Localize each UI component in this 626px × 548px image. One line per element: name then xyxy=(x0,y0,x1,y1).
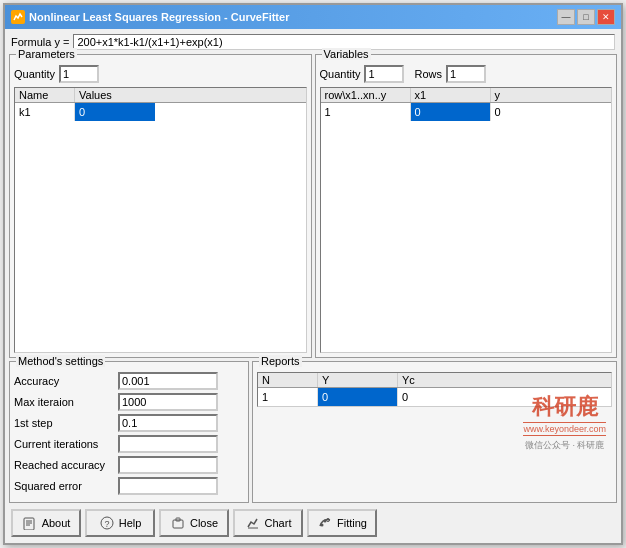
variables-group: Variables Quantity Rows row\x1..xn..y x1… xyxy=(315,54,618,358)
reports-group: Reports N Y Yc 1 0 0 科研鹿 ww xyxy=(252,361,617,503)
report-col-Yc: Yc xyxy=(398,373,478,387)
formula-row: Formula y = 200+x1*k1-k1/(x1+1)+exp(x1) xyxy=(9,33,617,51)
chart-button[interactable]: Chart xyxy=(233,509,303,537)
param-col-values: Values xyxy=(75,88,155,102)
parameters-quantity-row: Quantity xyxy=(14,65,307,83)
reports-title: Reports xyxy=(259,355,302,367)
app-icon xyxy=(11,10,25,24)
variables-rows-input[interactable] xyxy=(446,65,486,83)
help-icon: ? xyxy=(99,515,115,531)
content-area: Formula y = 200+x1*k1-k1/(x1+1)+exp(x1) … xyxy=(5,29,621,543)
svg-rect-0 xyxy=(24,518,34,530)
first-step-input[interactable] xyxy=(118,414,218,432)
variables-table: row\x1..xn..y x1 y 1 0 0 xyxy=(320,87,613,353)
first-step-row: 1st step xyxy=(14,414,244,432)
squared-error-row: Squared error xyxy=(14,477,244,495)
param-row-1[interactable]: k1 0 xyxy=(15,103,306,121)
close-window-button[interactable]: ✕ xyxy=(597,9,615,25)
watermark-text: 科研鹿 xyxy=(523,392,606,422)
minimize-button[interactable]: — xyxy=(557,9,575,25)
current-iterations-label: Current iterations xyxy=(14,438,114,450)
accuracy-label: Accuracy xyxy=(14,375,114,387)
var-row-num: 1 xyxy=(321,103,411,121)
title-bar: Nonlinear Least Squares Regression - Cur… xyxy=(5,5,621,29)
close-label: Close xyxy=(190,517,218,529)
var-col-x1: x1 xyxy=(411,88,491,102)
param-name-k1: k1 xyxy=(15,103,75,121)
window-title: Nonlinear Least Squares Regression - Cur… xyxy=(29,11,289,23)
var-y-value: 0 xyxy=(491,103,571,121)
title-buttons: — □ ✕ xyxy=(557,9,615,25)
bottom-panels: Method's settings Accuracy Max iteraion … xyxy=(9,361,617,503)
report-col-n: N xyxy=(258,373,318,387)
reached-accuracy-row: Reached accuracy xyxy=(14,456,244,474)
report-col-Y: Y xyxy=(318,373,398,387)
squared-error-label: Squared error xyxy=(14,480,114,492)
variables-quantity-input[interactable] xyxy=(364,65,404,83)
variables-quantity-label: Quantity xyxy=(320,68,361,80)
help-label: Help xyxy=(119,517,142,529)
main-window: Nonlinear Least Squares Regression - Cur… xyxy=(3,3,623,545)
fitting-button[interactable]: Fitting xyxy=(307,509,377,537)
var-row-1[interactable]: 1 0 0 xyxy=(321,103,612,121)
watermark-url: www.keyondeer.com xyxy=(523,422,606,436)
var-col-row: row\x1..xn..y xyxy=(321,88,411,102)
parameters-quantity-input[interactable] xyxy=(59,65,99,83)
fitting-label: Fitting xyxy=(337,517,367,529)
methods-title: Method's settings xyxy=(16,355,105,367)
variables-quantity-row: Quantity Rows xyxy=(320,65,613,83)
squared-error-value xyxy=(118,477,218,495)
about-label: About xyxy=(42,517,71,529)
close-icon xyxy=(170,515,186,531)
parameters-title: Parameters xyxy=(16,48,77,60)
close-button[interactable]: Close xyxy=(159,509,229,537)
first-step-label: 1st step xyxy=(14,417,114,429)
variables-rows-label: Rows xyxy=(414,68,442,80)
max-iteration-label: Max iteraion xyxy=(14,396,114,408)
current-iterations-value xyxy=(118,435,218,453)
maximize-button[interactable]: □ xyxy=(577,9,595,25)
watermark-subtitle: 微信公众号 · 科研鹿 xyxy=(523,439,606,452)
variables-title: Variables xyxy=(322,48,371,60)
about-icon xyxy=(22,515,38,531)
fitting-icon xyxy=(317,515,333,531)
variables-table-header: row\x1..xn..y x1 y xyxy=(321,88,612,103)
chart-icon xyxy=(245,515,261,531)
accuracy-row: Accuracy xyxy=(14,372,244,390)
param-col-name: Name xyxy=(15,88,75,102)
current-iterations-row: Current iterations xyxy=(14,435,244,453)
parameters-table-header: Name Values xyxy=(15,88,306,103)
reached-accuracy-label: Reached accuracy xyxy=(14,459,114,471)
watermark: 科研鹿 www.keyondeer.com 微信公众号 · 科研鹿 xyxy=(523,392,606,452)
reached-accuracy-value xyxy=(118,456,218,474)
report-n-1: 1 xyxy=(258,388,318,406)
max-iteration-input[interactable] xyxy=(118,393,218,411)
report-Y-1[interactable]: 0 xyxy=(318,388,398,406)
accuracy-input[interactable] xyxy=(118,372,218,390)
top-panels: Parameters Quantity Name Values k1 0 xyxy=(9,54,617,358)
reports-table-header: N Y Yc xyxy=(258,373,611,388)
formula-label: Formula y = xyxy=(11,36,69,48)
max-iteration-row: Max iteraion xyxy=(14,393,244,411)
bottom-buttons: About ? Help Close xyxy=(9,506,617,539)
svg-point-9 xyxy=(321,524,324,527)
chart-label: Chart xyxy=(265,517,292,529)
parameters-table: Name Values k1 0 xyxy=(14,87,307,353)
var-x1-value[interactable]: 0 xyxy=(411,103,491,121)
help-button[interactable]: ? Help xyxy=(85,509,155,537)
var-col-y: y xyxy=(491,88,571,102)
parameters-group: Parameters Quantity Name Values k1 0 xyxy=(9,54,312,358)
param-value-k1[interactable]: 0 xyxy=(75,103,155,121)
report-Yc-1: 0 xyxy=(398,388,478,406)
title-bar-left: Nonlinear Least Squares Regression - Cur… xyxy=(11,10,289,24)
parameters-quantity-label: Quantity xyxy=(14,68,55,80)
svg-text:?: ? xyxy=(104,519,109,529)
about-button[interactable]: About xyxy=(11,509,81,537)
methods-group: Method's settings Accuracy Max iteraion … xyxy=(9,361,249,503)
